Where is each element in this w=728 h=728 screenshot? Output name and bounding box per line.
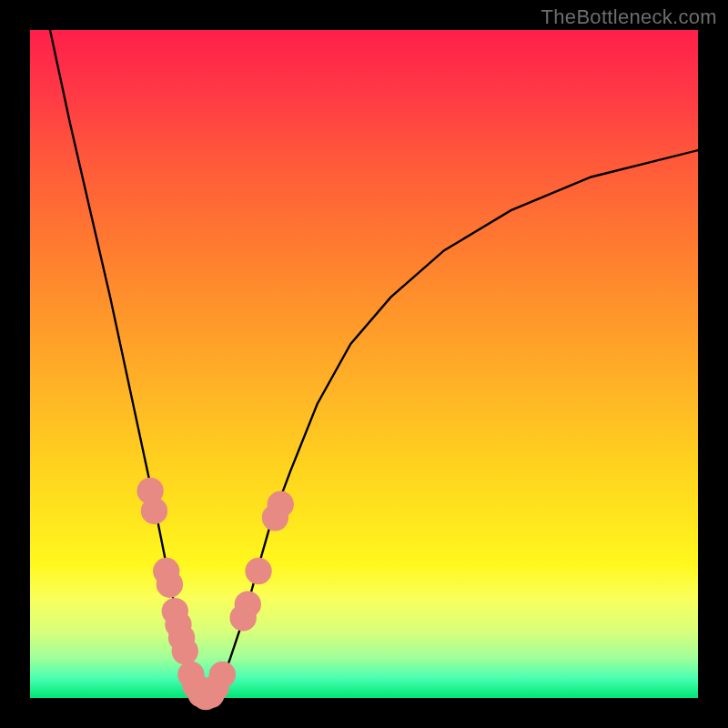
marker-dot bbox=[141, 498, 167, 524]
curve-line bbox=[50, 30, 698, 696]
marker-group bbox=[136, 478, 293, 710]
marker-dot bbox=[268, 490, 294, 517]
marker-dot bbox=[172, 638, 198, 664]
watermark-text: TheBottleneck.com bbox=[541, 5, 717, 29]
plot-area bbox=[30, 30, 698, 698]
chart-svg bbox=[30, 30, 698, 698]
marker-dot bbox=[235, 592, 261, 618]
chart-frame: TheBottleneck.com bbox=[0, 0, 728, 728]
marker-dot bbox=[245, 558, 271, 584]
marker-dot bbox=[157, 571, 183, 598]
marker-dot bbox=[209, 662, 236, 688]
